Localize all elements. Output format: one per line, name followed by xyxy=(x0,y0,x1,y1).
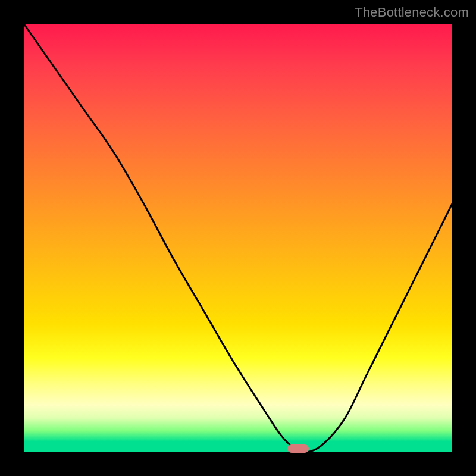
minimum-marker xyxy=(287,444,309,453)
plot-area xyxy=(24,24,452,452)
bottleneck-curve xyxy=(24,24,452,452)
chart-frame: TheBottleneck.com xyxy=(0,0,476,476)
watermark-text: TheBottleneck.com xyxy=(355,5,469,20)
